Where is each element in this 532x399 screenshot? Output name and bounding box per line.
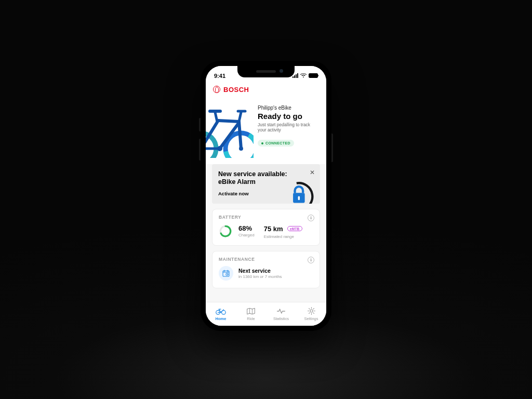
battery-section-label: BATTERY <box>219 215 313 220</box>
tab-settings[interactable]: Settings <box>296 302 326 326</box>
phone-screen: 9:41 BOSCH <box>206 66 326 326</box>
tab-statistics-label: Statistics <box>273 316 289 321</box>
hero-section: Philipp's eBike Ready to go Just start p… <box>206 99 326 165</box>
battery-range-value: 75 km <box>264 225 283 233</box>
lock-icon <box>276 175 317 204</box>
promo-card[interactable]: ✕ New service available: eBike Alarm Act… <box>212 164 320 204</box>
bike-illustration <box>206 101 256 158</box>
battery-ring-icon <box>219 224 232 238</box>
notch <box>237 66 295 77</box>
maintenance-card[interactable]: MAINTENANCE i <box>212 251 320 288</box>
brand-wordmark: BOSCH <box>223 86 249 94</box>
stage-background: 9:41 BOSCH <box>0 0 532 399</box>
connection-status-badge: CONNECTED <box>258 140 294 147</box>
battery-percent-value: 68% <box>238 225 255 232</box>
app-header: BOSCH <box>206 83 326 99</box>
hero-subtext: Just start pedalling to track your activ… <box>258 122 319 133</box>
activity-icon <box>276 307 286 315</box>
maintenance-detail: in 1360 km or 7 months <box>238 274 282 279</box>
tab-ride-label: Ride <box>247 316 255 321</box>
info-icon[interactable]: i <box>308 257 314 263</box>
calendar-service-icon <box>219 266 233 281</box>
tab-bar: Home Ride Statistics <box>206 302 326 326</box>
maintenance-title: Next service <box>238 268 282 274</box>
bike-home-icon <box>216 307 226 315</box>
bosch-logo-icon <box>213 86 220 93</box>
battery-range-label: Estimated range <box>264 234 302 239</box>
battery-icon <box>309 73 318 78</box>
tab-statistics[interactable]: Statistics <box>266 302 296 326</box>
maintenance-section-label: MAINTENANCE <box>219 257 313 262</box>
map-icon <box>246 307 256 315</box>
svg-rect-9 <box>298 196 300 200</box>
tab-home-label: Home <box>216 316 227 321</box>
status-time: 9:41 <box>214 73 225 79</box>
battery-percent-label: Charged <box>238 233 255 237</box>
svg-point-16 <box>310 310 313 312</box>
promo-title-line2: eBike Alarm <box>218 178 256 185</box>
wifi-icon <box>300 73 307 78</box>
gear-icon <box>307 307 316 315</box>
phone-frame: 9:41 BOSCH <box>201 61 331 331</box>
hero-headline: Ready to go <box>258 112 319 121</box>
battery-card[interactable]: BATTERY i 68% Charged <box>212 209 320 246</box>
svg-point-6 <box>217 146 222 151</box>
tab-home[interactable]: Home <box>206 302 236 326</box>
cellular-signal-icon <box>292 73 298 78</box>
bike-owner-label: Philipp's eBike <box>258 105 319 111</box>
info-icon[interactable]: i <box>308 215 314 221</box>
tab-settings-label: Settings <box>304 316 318 321</box>
tab-ride[interactable]: Ride <box>236 302 266 326</box>
promo-cta-link[interactable]: Activate now <box>218 191 249 196</box>
ride-mode-badge: eMTB <box>287 226 302 231</box>
